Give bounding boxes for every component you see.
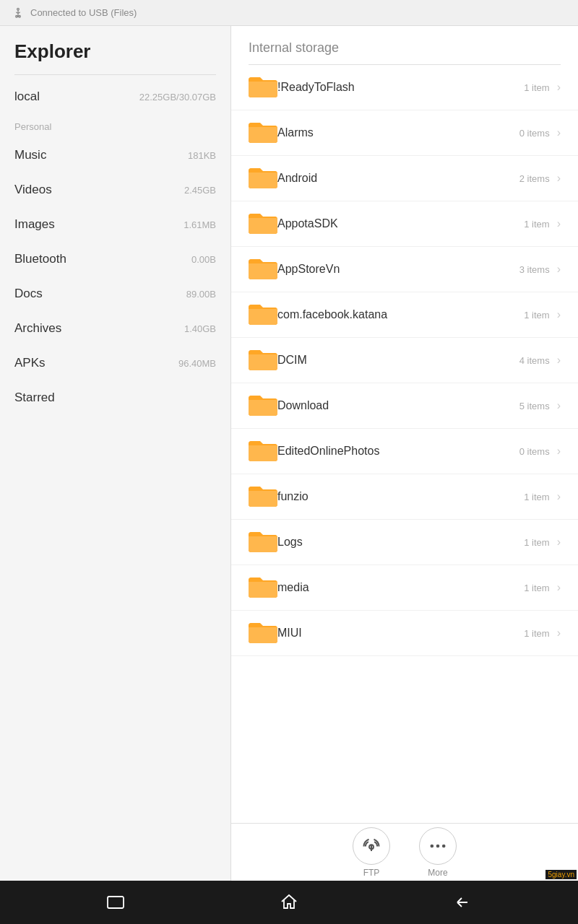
sidebar-item-size: 96.40MB (178, 358, 216, 369)
folder-item[interactable]: !ReadyToFlash 1 item › (231, 65, 578, 110)
folder-item[interactable]: funzio 1 item › (231, 474, 578, 520)
sidebar-item-images[interactable]: Images 1.61MB (0, 207, 230, 242)
folder-icon (249, 621, 277, 645)
folder-icon (249, 393, 277, 418)
folder-name: DCIM (277, 354, 519, 367)
sidebar-divider (14, 74, 216, 75)
main-content: Explorer local 22.25GB/30.07GB Personal … (0, 26, 578, 881)
folder-icon (249, 257, 277, 282)
chevron-right-icon: › (557, 445, 561, 458)
folder-icon (249, 302, 277, 327)
more-label: More (428, 868, 447, 878)
sidebar-local-label: local (14, 90, 40, 104)
folder-count: 1 item (524, 310, 549, 321)
sidebar: Explorer local 22.25GB/30.07GB Personal … (0, 26, 231, 881)
sidebar-local-item[interactable]: local 22.25GB/30.07GB (0, 84, 230, 116)
sidebar-item-docs[interactable]: Docs 89.00B (0, 276, 230, 311)
sidebar-section-label: Personal (0, 116, 230, 138)
sidebar-item-size: 2.45GB (184, 185, 216, 196)
folder-item[interactable]: media 1 item › (231, 565, 578, 611)
sidebar-title: Explorer (0, 26, 230, 74)
folder-icon (249, 75, 277, 100)
folder-item[interactable]: DCIM 4 items › (231, 338, 578, 383)
chevron-right-icon: › (557, 81, 561, 94)
folder-icon (249, 439, 277, 463)
back-button[interactable] (445, 885, 480, 920)
folder-count: 3 items (519, 264, 550, 275)
sidebar-item-apks[interactable]: APKs 96.40MB (0, 346, 230, 380)
ftp-label: FTP (363, 868, 380, 878)
folder-item[interactable]: Android 2 items › (231, 156, 578, 201)
more-icon-circle (419, 827, 457, 865)
svg-point-5 (431, 844, 434, 847)
svg-point-7 (442, 844, 446, 847)
sidebar-item-size: 89.00B (186, 289, 216, 300)
folder-count: 1 item (524, 583, 549, 593)
sidebar-item-label: Videos (14, 183, 52, 197)
folder-item[interactable]: Alarms 0 items › (231, 110, 578, 156)
folder-count: 4 items (519, 355, 550, 366)
folder-name: media (277, 581, 524, 594)
sidebar-item-label: Starred (14, 391, 55, 405)
folder-count: 1 item (524, 219, 549, 230)
chevron-right-icon: › (557, 126, 561, 139)
chevron-right-icon: › (557, 490, 561, 503)
folder-name: Logs (277, 536, 524, 549)
folder-item[interactable]: EditedOnlinePhotos 0 items › (231, 429, 578, 474)
sidebar-item-label: Images (14, 217, 55, 232)
sidebar-item-label: Archives (14, 321, 61, 336)
sidebar-item-bluetooth[interactable]: Bluetooth 0.00B (0, 242, 230, 276)
more-button[interactable]: More (419, 827, 457, 878)
recents-button[interactable] (98, 885, 133, 920)
folder-item[interactable]: com.facebook.katana 1 item › (231, 292, 578, 338)
folder-count: 0 items (519, 128, 550, 139)
sidebar-item-music[interactable]: Music 181KB (0, 138, 230, 173)
sidebar-item-videos[interactable]: Videos 2.45GB (0, 173, 230, 207)
bottom-toolbar: FTP More (231, 823, 578, 881)
folder-item[interactable]: AppStoreVn 3 items › (231, 247, 578, 292)
folder-item[interactable]: Download 5 items › (231, 383, 578, 429)
folder-icon (249, 484, 277, 509)
ftp-button[interactable]: FTP (353, 827, 390, 878)
sidebar-item-archives[interactable]: Archives 1.40GB (0, 311, 230, 346)
sidebar-item-size: 181KB (188, 150, 216, 161)
sidebar-item-label: Music (14, 148, 46, 162)
folder-name: funzio (277, 490, 524, 503)
folder-item[interactable]: AppotaSDK 1 item › (231, 201, 578, 247)
sidebar-item-starred[interactable]: Starred (0, 380, 230, 415)
chevron-right-icon: › (557, 627, 561, 640)
folder-icon (249, 121, 277, 145)
main-panel: Internal storage !ReadyToFlash 1 item › … (231, 26, 578, 881)
folder-icon (249, 212, 277, 236)
folder-name: AppotaSDK (277, 217, 524, 230)
folder-item[interactable]: Logs 1 item › (231, 520, 578, 565)
usb-status-text: Connected to USB (Files) (30, 7, 137, 18)
nav-bar (0, 881, 578, 924)
folder-name: EditedOnlinePhotos (277, 445, 519, 458)
chevron-right-icon: › (557, 308, 561, 321)
folder-list: !ReadyToFlash 1 item › Alarms 0 items › … (231, 65, 578, 823)
folder-name: !ReadyToFlash (277, 81, 524, 94)
chevron-right-icon: › (557, 172, 561, 185)
svg-rect-8 (108, 897, 124, 908)
panel-title: Internal storage (231, 26, 578, 64)
folder-item[interactable]: MIUI 1 item › (231, 611, 578, 656)
svg-point-0 (17, 8, 20, 10)
status-bar: Connected to USB (Files) (0, 0, 578, 26)
folder-icon (249, 575, 277, 600)
svg-point-6 (436, 844, 440, 847)
watermark: 5giay.vn (545, 870, 577, 879)
folder-name: MIUI (277, 627, 524, 640)
sidebar-item-size: 1.61MB (184, 219, 216, 230)
chevron-right-icon: › (557, 399, 561, 412)
folder-name: Android (277, 172, 519, 185)
folder-count: 1 item (524, 82, 549, 93)
folder-name: com.facebook.katana (277, 308, 524, 321)
folder-icon (249, 166, 277, 191)
folder-count: 0 items (519, 446, 550, 457)
sidebar-item-size: 1.40GB (184, 323, 216, 334)
folder-icon (249, 530, 277, 554)
folder-name: AppStoreVn (277, 263, 519, 276)
sidebar-item-label: APKs (14, 356, 46, 370)
home-button[interactable] (272, 885, 306, 920)
